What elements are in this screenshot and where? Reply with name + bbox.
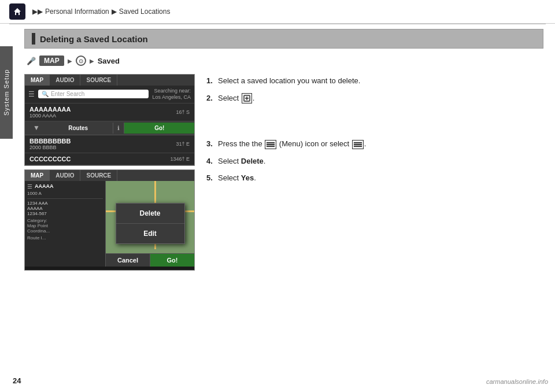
mic-icon: 🎤: [27, 57, 36, 65]
location-name: CCCCCCCCC: [29, 156, 71, 162]
home-icon[interactable]: [9, 3, 25, 20]
nav-saved-label: Saved: [98, 57, 120, 65]
edit-menu-item[interactable]: Edit: [116, 224, 184, 243]
nav-screen-2: MAP AUDIO SOURCE ☰ AAAAA 1000 A 1234 A: [24, 169, 195, 271]
step-number-4: 4.: [206, 156, 216, 167]
select-icon: [242, 93, 252, 103]
breadcrumb-section2: Saved Locations: [119, 8, 171, 16]
tab-map[interactable]: MAP: [25, 75, 50, 86]
location-meta: 16† S: [176, 109, 190, 115]
location-meta: 1346† E: [170, 156, 190, 162]
main-content: Deleting a Saved Location 🎤 MAP ▶ ⊙ ▶ Sa…: [13, 24, 555, 275]
step-number-2: 2.: [206, 93, 216, 104]
hamburger-icon[interactable]: ☰: [28, 90, 35, 98]
popup-menu: Delete Edit: [116, 203, 185, 244]
breadcrumb-sep1: ▶▶: [32, 8, 43, 16]
step-text-1: Select a saved location you want to dele…: [218, 75, 543, 87]
nav-arrow1: ▶: [68, 58, 72, 64]
nav-path-line: 🎤 MAP ▶ ⊙ ▶ Saved: [24, 56, 543, 66]
step-5: 5. Select Yes.: [206, 172, 543, 184]
tab-map-2[interactable]: MAP: [25, 170, 50, 181]
location-list: AAAAAAAAA 1000 AAAA 16† S ▼ Routes ℹ: [25, 103, 194, 165]
location-meta: 31† E: [176, 141, 190, 147]
side-tab-system-setup: System Setup: [0, 46, 13, 139]
routes-button[interactable]: Routes: [43, 123, 113, 134]
list-item[interactable]: AAAAAAAAA 1000 AAAA 16† S: [25, 103, 194, 121]
step5-bold: Yes: [241, 173, 254, 182]
step-number-5: 5.: [206, 172, 216, 184]
nav-screen-1: MAP AUDIO SOURCE ☰ 🔍 Enter Search Search…: [24, 74, 195, 166]
menu-icon-2: [352, 140, 364, 149]
breadcrumb-section1: Personal Information: [45, 8, 109, 16]
step-text-4: Select Delete.: [218, 156, 543, 167]
step-4: 4. Select Delete.: [206, 156, 543, 167]
list-item[interactable]: BBBBBBBBB 2000 BBBB 31† E: [25, 135, 194, 153]
section-title: Deleting a Saved Location: [40, 34, 148, 44]
screen1-tabs: MAP AUDIO SOURCE: [25, 75, 194, 86]
nav-circle: ⊙: [76, 56, 86, 66]
step-text-5: Select Yes.: [218, 172, 543, 184]
location-name: AAAAAAAAA: [29, 106, 71, 113]
tab-audio[interactable]: AUDIO: [50, 75, 80, 86]
screen2-tabs: MAP AUDIO SOURCE: [25, 170, 194, 181]
menu-button-icon: [265, 140, 276, 149]
search-near-text: Searching near:Los Angeles, CA: [152, 88, 191, 101]
scroll-down-icon[interactable]: ▼: [29, 123, 43, 133]
map-button-nav[interactable]: MAP: [39, 56, 64, 66]
delete-menu-item[interactable]: Delete: [116, 204, 184, 224]
step-1: 1. Select a saved location you want to d…: [206, 75, 543, 87]
list-item[interactable]: CCCCCCCCC 1346† E: [25, 153, 194, 165]
step4-bold: Delete: [241, 157, 264, 165]
location-name: BBBBBBBBB: [29, 138, 71, 145]
section-bar-icon: [32, 33, 35, 45]
location-addr: 1000 AAAA: [29, 113, 71, 119]
breadcrumb-bar: ▶▶ Personal Information ▶ Saved Location…: [0, 0, 555, 24]
step-3: 3. Press the the (Menu) icon or select .: [206, 138, 543, 150]
routes-row: ▼ Routes ℹ Go!: [25, 121, 194, 135]
tab-audio-2[interactable]: AUDIO: [50, 170, 80, 181]
step-text-2: Select .: [218, 93, 543, 104]
location-addr: 2000 BBBB: [29, 145, 71, 150]
instructions-column: 1. Select a saved location you want to d…: [206, 74, 543, 271]
search-placeholder: Enter Search: [51, 91, 84, 97]
tab-source[interactable]: SOURCE: [80, 75, 117, 86]
breadcrumb-sep2: ▶: [112, 8, 117, 16]
search-row: ☰ 🔍 Enter Search Searching near:Los Ange…: [25, 86, 194, 103]
step-text-3: Press the the (Menu) icon or select .: [218, 138, 543, 150]
popup-overlay: Delete Edit: [106, 181, 194, 267]
watermark: carmanualsonline.info: [486, 378, 548, 385]
screenshots-column: MAP AUDIO SOURCE ☰ 🔍 Enter Search Search…: [24, 74, 195, 271]
nav-arrow2: ▶: [90, 58, 94, 64]
step-number-3: 3.: [206, 138, 216, 150]
two-col-layout: MAP AUDIO SOURCE ☰ 🔍 Enter Search Search…: [24, 74, 543, 271]
step-number-1: 1.: [206, 75, 216, 87]
search-input-box[interactable]: 🔍 Enter Search: [38, 90, 149, 98]
info-button[interactable]: ℹ: [113, 123, 124, 134]
go-button[interactable]: Go!: [124, 123, 194, 134]
section-header: Deleting a Saved Location: [24, 29, 543, 49]
tab-source-2[interactable]: SOURCE: [80, 170, 117, 181]
page-number: 24: [13, 376, 21, 385]
step-2: 2. Select .: [206, 93, 543, 104]
